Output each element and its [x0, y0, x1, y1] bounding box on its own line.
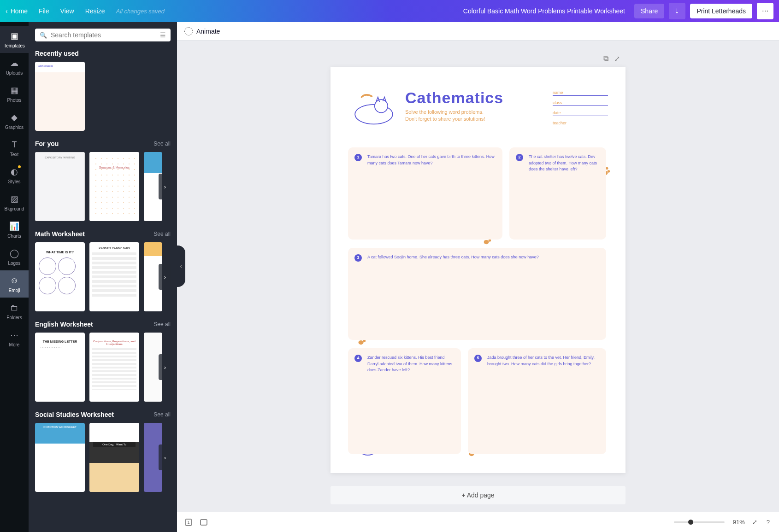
chevron-right-icon[interactable]: ›: [159, 264, 171, 290]
rail-item-folders[interactable]: 🗀Folders: [0, 298, 29, 325]
panel-collapse-handle[interactable]: [177, 246, 185, 287]
home-button[interactable]: ‹ Home: [6, 7, 28, 15]
document-title[interactable]: Colorful Basic Math Word Problems Printa…: [463, 7, 625, 15]
problem-text[interactable]: Jada brought three of her cats to the ve…: [487, 355, 599, 367]
side-rail: ▣Templates☁Uploads▦Photos◆GraphicsTText◐…: [0, 22, 29, 532]
svg-point-9: [484, 240, 489, 244]
see-all-link[interactable]: See all: [153, 321, 171, 327]
rail-item-templates[interactable]: ▣Templates: [0, 26, 29, 53]
print-button[interactable]: Print Letterheads: [690, 4, 752, 18]
zoom-value: 91%: [733, 519, 745, 526]
section-title-math: Math Worksheet: [35, 230, 85, 238]
problem-box-3[interactable]: 3A cat followed Soojin home. She already…: [348, 248, 606, 340]
problem-number: 4: [354, 355, 362, 362]
rail-label: Emoji: [8, 288, 20, 293]
share-button[interactable]: Share: [634, 4, 664, 18]
rail-label: Styles: [8, 179, 20, 184]
filter-icon[interactable]: ☰: [160, 31, 166, 39]
rail-item-uploads[interactable]: ☁Uploads: [0, 53, 29, 80]
template-thumb[interactable]: One Day, I Want To: [89, 423, 139, 492]
problem-number: 1: [354, 154, 362, 161]
duplicate-page-icon[interactable]: ⧉: [603, 54, 608, 63]
chevron-right-icon[interactable]: ›: [159, 444, 171, 470]
download-icon: ⭳: [674, 7, 680, 15]
design-canvas-page[interactable]: Cathematics Solve the following word pro…: [330, 67, 626, 473]
view-menu[interactable]: View: [60, 7, 74, 15]
resize-menu[interactable]: Resize: [85, 7, 105, 15]
rail-item-more[interactable]: ⋯More: [0, 325, 29, 352]
template-thumb[interactable]: ROBOTICS WORKSHEET: [35, 423, 85, 492]
download-button[interactable]: ⭳: [669, 3, 685, 19]
template-thumb[interactable]: THE MISSING LETTER▭▭▭▭▭▭▭▭▭: [35, 333, 85, 402]
problem-box-1[interactable]: 1Tamara has two cats. One of her cats ga…: [348, 147, 502, 240]
emoji-icon: ☺: [9, 275, 20, 286]
section-title-foryou: For you: [35, 140, 59, 147]
svg-point-4: [608, 170, 610, 173]
problem-box-2[interactable]: 2The cat shelter has twelve cats. Dev ad…: [509, 147, 606, 240]
problem-box-4[interactable]: 4Zander rescued six kittens. His best fr…: [348, 348, 461, 454]
add-page-button[interactable]: + Add page: [330, 486, 626, 504]
photos-icon: ▦: [9, 85, 20, 96]
page-options-icon[interactable]: ⤢: [614, 54, 620, 63]
fullscreen-icon[interactable]: ⤢: [750, 519, 759, 526]
rail-label: More: [9, 342, 20, 347]
search-input-wrap[interactable]: 🔍 ☰: [35, 29, 171, 41]
rail-label: Logos: [8, 261, 20, 266]
template-thumb[interactable]: KANDE'S CANDY JARS: [89, 242, 139, 311]
rail-item-logos[interactable]: ◯Logos: [0, 243, 29, 270]
problem-text[interactable]: A cat followed Soojin home. She already …: [367, 254, 599, 261]
see-all-link[interactable]: See all: [153, 231, 171, 237]
animate-button[interactable]: Animate: [196, 28, 220, 35]
rail-item-graphics[interactable]: ◆Graphics: [0, 107, 29, 134]
see-all-link[interactable]: See all: [153, 140, 171, 147]
rail-item-emoji[interactable]: ☺Emoji: [0, 270, 29, 298]
rail-item-photos[interactable]: ▦Photos: [0, 80, 29, 107]
chevron-left-icon: ‹: [6, 7, 8, 15]
search-input[interactable]: [51, 31, 156, 39]
pages-icon[interactable]: 1: [184, 518, 194, 527]
section-title-recent: Recently used: [35, 50, 79, 57]
template-thumb[interactable]: WHAT TIME IS IT?: [35, 242, 85, 311]
field-date[interactable]: date: [553, 109, 608, 116]
field-class[interactable]: class: [553, 99, 608, 106]
templates-panel: 🔍 ☰ Recently used Cathematics For youSee…: [29, 22, 177, 532]
problem-number: 2: [516, 154, 523, 161]
folders-icon: 🗀: [9, 302, 20, 313]
animate-icon: [184, 27, 193, 35]
see-all-link[interactable]: See all: [153, 411, 171, 418]
worksheet-title[interactable]: Cathematics: [405, 89, 547, 107]
help-icon[interactable]: ?: [765, 519, 772, 526]
rail-label: Text: [10, 152, 18, 157]
chevron-right-icon[interactable]: ›: [159, 354, 171, 380]
field-name[interactable]: name: [553, 89, 608, 96]
template-thumb[interactable]: Seasons & Memories: [89, 152, 139, 221]
problem-number: 3: [354, 254, 362, 262]
field-teacher[interactable]: teacher: [553, 119, 608, 126]
rail-label: Graphics: [5, 125, 24, 130]
context-toolbar: Animate: [177, 22, 779, 41]
rail-item-bkground[interactable]: ▨Bkground: [0, 189, 29, 216]
zoom-slider[interactable]: [674, 521, 725, 523]
worksheet-subtitle[interactable]: Solve the following word problems.Don't …: [405, 109, 547, 123]
more-options-button[interactable]: ⋯: [757, 3, 773, 19]
problem-box-5[interactable]: 5Jada brought three of her cats to the v…: [468, 348, 606, 454]
search-icon: 🔍: [40, 32, 47, 39]
problem-text[interactable]: Zander rescued six kittens. His best fri…: [367, 355, 454, 374]
rail-item-styles[interactable]: ◐Styles: [0, 162, 29, 189]
template-thumb[interactable]: Cathematics: [35, 62, 85, 131]
rail-label: Photos: [7, 98, 21, 103]
template-thumb[interactable]: EXPOSITORY WRITING: [35, 152, 85, 221]
rail-item-text[interactable]: TText: [0, 134, 29, 162]
problem-text[interactable]: Tamara has two cats. One of her cats gav…: [367, 154, 495, 166]
uploads-icon: ☁: [9, 58, 20, 69]
problem-text[interactable]: The cat shelter has twelve cats. Dev ado…: [529, 154, 599, 173]
notes-icon[interactable]: [199, 518, 208, 527]
ellipsis-icon: ⋯: [762, 7, 768, 15]
rail-label: Charts: [7, 234, 21, 239]
chevron-right-icon[interactable]: ›: [159, 174, 171, 199]
rail-label: Templates: [4, 43, 25, 48]
file-menu[interactable]: File: [39, 7, 49, 15]
rail-item-charts[interactable]: 📊Charts: [0, 216, 29, 243]
section-title-english: English Worksheet: [35, 321, 93, 328]
template-thumb[interactable]: Conjunctions, Prepositions, and Interjec…: [89, 333, 139, 402]
